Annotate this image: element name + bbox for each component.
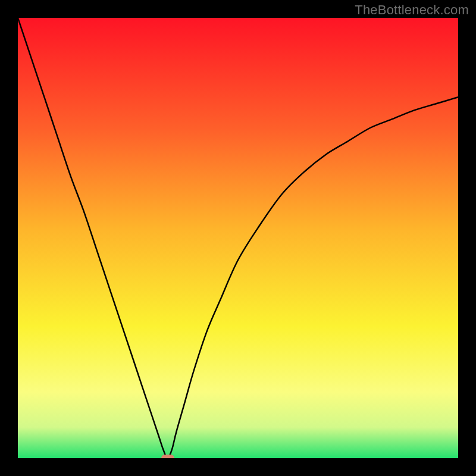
chart-svg bbox=[18, 18, 458, 458]
gradient-bg bbox=[18, 18, 458, 458]
chart-frame: TheBottleneck.com bbox=[0, 0, 476, 476]
optimal-marker bbox=[161, 455, 174, 458]
plot-area bbox=[18, 18, 458, 458]
watermark-text: TheBottleneck.com bbox=[355, 2, 469, 18]
